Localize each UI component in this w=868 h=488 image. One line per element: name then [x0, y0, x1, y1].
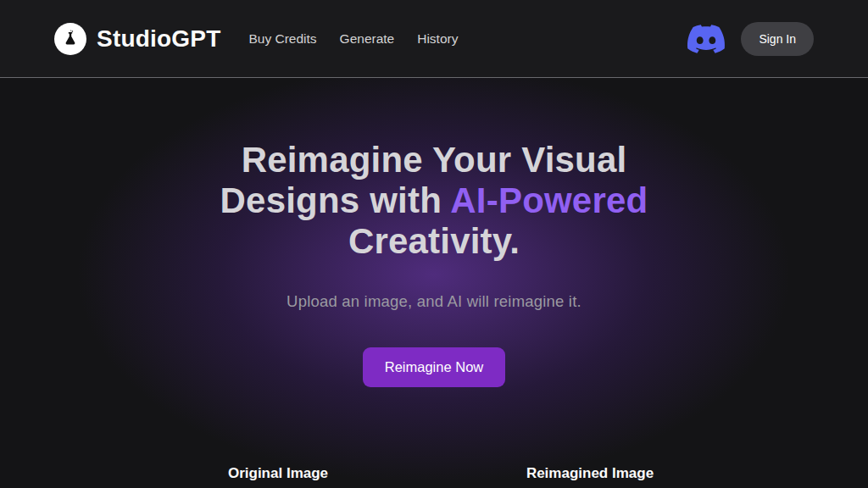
comparison-header: Original Image Reimagined Image	[122, 465, 746, 482]
header-actions: Sign In	[687, 20, 814, 58]
brand-name: StudioGPT	[97, 25, 220, 53]
brand[interactable]: StudioGPT	[54, 23, 220, 55]
heading-line-2-text: Designs with	[220, 180, 451, 220]
flask-logo-icon	[54, 23, 86, 55]
heading-line-3: Creativity.	[0, 221, 868, 262]
hero-subtitle: Upload an image, and AI will reimagine i…	[0, 292, 868, 311]
original-image-label: Original Image	[122, 465, 434, 482]
heading-line-1: Reimagine Your Visual	[0, 140, 868, 180]
nav-generate[interactable]: Generate	[340, 31, 395, 47]
discord-icon[interactable]	[687, 20, 726, 58]
nav-buy-credits[interactable]: Buy Credits	[248, 31, 316, 47]
hero-heading: Reimagine Your Visual Designs with AI-Po…	[0, 78, 868, 262]
nav-history[interactable]: History	[417, 31, 458, 47]
top-nav: StudioGPT Buy Credits Generate History S…	[0, 0, 868, 78]
reimagined-image-label: Reimagined Image	[434, 465, 746, 482]
sign-in-button[interactable]: Sign In	[741, 22, 814, 56]
hero-section: Reimagine Your Visual Designs with AI-Po…	[0, 78, 868, 487]
heading-line-2: Designs with AI-Powered	[0, 180, 868, 221]
reimagine-now-button[interactable]: Reimagine Now	[363, 347, 505, 387]
main-nav: Buy Credits Generate History	[248, 31, 458, 47]
ai-powered-highlight: AI-Powered	[450, 180, 648, 220]
